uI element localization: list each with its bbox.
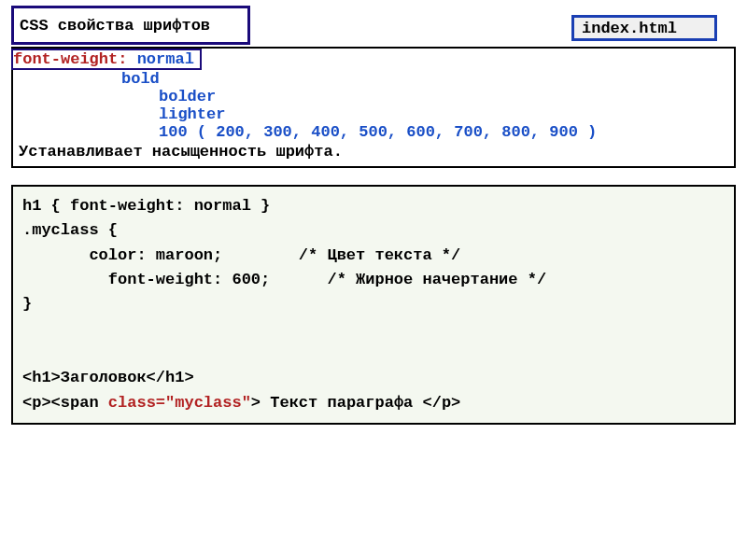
code-line: h1 { font-weight: normal } — [22, 197, 270, 215]
code-line: .myclass { — [22, 221, 118, 239]
property-value-row: bolder — [19, 88, 728, 105]
code-line-part: <p><span — [22, 394, 108, 412]
property-name: font-weight: — [13, 50, 127, 68]
slide-page: CSS свойства шрифтов index.html font-wei… — [0, 0, 747, 560]
property-value-numeric: 100 ( 200, 300, 400, 500, 600, 700, 800,… — [159, 123, 597, 141]
property-value-row: lighter — [19, 105, 728, 123]
property-value: lighter — [159, 105, 225, 123]
property-value: bolder — [159, 88, 216, 105]
slide-title-tab: CSS свойства шрифтов — [11, 6, 250, 45]
code-attr: class="myclass" — [108, 394, 251, 412]
code-line: <h1>Заголовок</h1> — [22, 369, 194, 386]
property-value: bold — [121, 70, 160, 88]
code-line-part: > Текст параграфа </p> — [251, 394, 460, 412]
property-value-row: bold — [19, 70, 728, 88]
property-default: normal — [137, 50, 194, 68]
code-example-box: h1 { font-weight: normal } .myclass { co… — [11, 185, 736, 425]
filename-tab: index.html — [571, 15, 717, 41]
top-bar: CSS свойства шрифтов index.html — [11, 6, 736, 47]
property-definition-box: font-weight: normal bold bolder lighter … — [11, 47, 736, 168]
code-line: color: maroon; /* Цвет текста */ — [22, 246, 460, 264]
property-first-value-box: font-weight: normal — [11, 49, 202, 70]
property-value-row: 100 ( 200, 300, 400, 500, 600, 700, 800,… — [19, 123, 728, 141]
slide-title: CSS свойства шрифтов — [20, 17, 210, 35]
filename-label: index.html — [582, 20, 677, 37]
code-line: font-weight: 600; /* Жирное начертание *… — [22, 271, 546, 288]
property-description: Устанавливает насыщенность шрифта. — [19, 143, 728, 161]
code-line: } — [22, 295, 32, 313]
